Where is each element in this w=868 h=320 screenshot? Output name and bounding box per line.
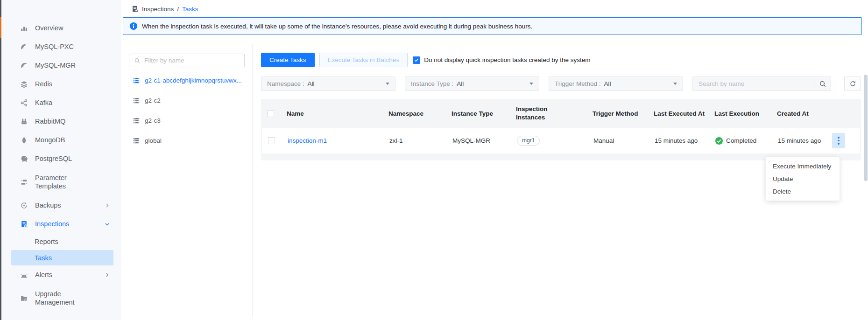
sidebar-item-label: Kafka <box>35 98 87 107</box>
namespace-select-label: Namespace : <box>267 80 304 87</box>
search-button[interactable] <box>814 77 831 90</box>
sidebar-item-rabbitmq[interactable]: RabbitMQ <box>1 112 121 131</box>
breadcrumb-separator: / <box>177 6 179 13</box>
cluster-filter-input[interactable] <box>144 57 240 64</box>
chevron-right-icon <box>104 272 110 278</box>
cluster-panel: g2-c1-abcdefghijklmnopqrstuvwx... g2-c2 … <box>121 44 253 316</box>
sidebar-item-overview[interactable]: Overview <box>1 19 121 37</box>
column-header-last-executed-at[interactable]: Last Executed At <box>654 110 714 117</box>
search-icon <box>819 80 826 88</box>
namespace-select-value: All <box>308 80 315 87</box>
info-banner-text: When the inspection task is executed, it… <box>142 23 532 30</box>
refresh-button[interactable] <box>844 77 861 91</box>
column-header-name[interactable]: Name <box>287 110 388 117</box>
sidebar-item-mysql-mgr[interactable]: MySQL-MGR <box>1 56 121 75</box>
inspection-icon <box>20 220 28 228</box>
toolbar: Create Tasks Execute Tasks in Batches Do… <box>261 53 861 67</box>
cluster-item-global[interactable]: global <box>129 131 245 151</box>
sidebar-item-upgrade-management[interactable]: Upgrade Management <box>1 284 121 312</box>
task-name-link[interactable]: inspection-m1 <box>288 137 327 144</box>
breadcrumb-current[interactable]: Tasks <box>182 6 198 13</box>
select-all-checkbox[interactable] <box>267 110 274 117</box>
success-check-icon <box>715 137 723 145</box>
menu-item-delete[interactable]: Delete <box>766 185 840 198</box>
template-icon <box>20 178 28 186</box>
server-icon <box>133 137 140 144</box>
sidebar-item-kafka[interactable]: Kafka <box>1 93 121 112</box>
sidebar-item-label: Backups <box>35 201 87 209</box>
elephant-icon <box>20 155 28 163</box>
sidebar-item-label: Parameter Templates <box>35 174 87 190</box>
column-header-created-at[interactable]: Created At <box>777 110 831 117</box>
cluster-item-g2-c1[interactable]: g2-c1-abcdefghijklmnopqrstuvwx... <box>129 70 245 90</box>
server-icon <box>133 117 140 124</box>
sidebar: Overview MySQL-PXC MySQL-MGR Redis Kafka… <box>1 0 121 320</box>
cluster-item-label: g2-c3 <box>145 117 161 124</box>
row-actions-button[interactable] <box>832 133 845 148</box>
cluster-item-label: g2-c1-abcdefghijklmnopqrstuvwx... <box>145 77 242 84</box>
trigger-method-select-label: Trigger Method : <box>555 80 601 87</box>
content-area: g2-c1-abcdefghijklmnopqrstuvwx... g2-c2 … <box>121 44 868 316</box>
instance-type-select-value: All <box>457 80 464 87</box>
sidebar-item-parameter-templates[interactable]: Parameter Templates <box>1 168 121 196</box>
execute-batches-button[interactable]: Execute Tasks in Batches <box>319 53 408 67</box>
dolphin-icon <box>20 43 28 51</box>
sidebar-subitem-reports[interactable]: Reports <box>1 233 121 250</box>
trigger-method-select[interactable]: Trigger Method : All <box>549 77 683 91</box>
column-header-trigger-method[interactable]: Trigger Method <box>593 110 654 117</box>
cell-instance-type: MySQL-MGR <box>452 137 517 144</box>
sidebar-item-label: Alerts <box>35 271 87 279</box>
sidebar-item-label: PostgreSQL <box>35 154 87 163</box>
leaf-icon <box>20 136 28 144</box>
sidebar-item-redis[interactable]: Redis <box>1 75 121 93</box>
breadcrumb-section[interactable]: Inspections <box>142 6 174 13</box>
sidebar-item-backups[interactable]: Backups <box>1 196 121 215</box>
dolphin-icon <box>20 62 28 70</box>
cell-namespace: zxl-1 <box>389 137 452 144</box>
sidebar-item-label: MongoDB <box>35 136 87 144</box>
cell-created-at: 15 minutes ago <box>778 137 832 144</box>
sidebar-item-label: Redis <box>35 80 87 88</box>
create-tasks-button[interactable]: Create Tasks <box>261 53 315 67</box>
cluster-item-g2-c2[interactable]: g2-c2 <box>129 90 245 111</box>
sidebar-item-label: MySQL-PXC <box>35 42 87 51</box>
instance-tag: mgr1 <box>517 136 540 146</box>
cluster-item-g2-c3[interactable]: g2-c3 <box>129 111 245 131</box>
search-input[interactable] <box>699 80 814 87</box>
server-icon <box>133 77 140 84</box>
menu-item-execute-immediately[interactable]: Execute Immediately <box>766 160 840 173</box>
cell-trigger-method: Manual <box>593 137 655 144</box>
instance-type-select[interactable]: Instance Type : All <box>405 77 539 91</box>
sidebar-subitem-tasks[interactable]: Tasks <box>11 250 113 265</box>
main-content: Inspections / Tasks When the inspection … <box>121 0 868 320</box>
sidebar-item-inspections[interactable]: Inspections <box>1 215 121 233</box>
search-by-name-box <box>692 77 831 91</box>
chevron-down-icon <box>104 221 110 227</box>
caret-down-icon <box>529 83 533 85</box>
server-icon <box>133 97 140 104</box>
row-checkbox[interactable] <box>268 137 275 144</box>
column-header-namespace[interactable]: Namespace <box>388 110 452 117</box>
sidebar-item-label: Inspections <box>35 220 87 228</box>
instance-type-select-label: Instance Type : <box>411 80 453 87</box>
vertical-scrollbar-thumb[interactable] <box>864 75 868 181</box>
sidebar-item-postgresql[interactable]: PostgreSQL <box>1 149 121 168</box>
sidebar-item-mysql-pxc[interactable]: MySQL-PXC <box>1 37 121 56</box>
menu-item-update[interactable]: Update <box>766 173 840 185</box>
column-header-instance-type[interactable]: Instance Type <box>452 110 516 117</box>
filter-row: Namespace : All Instance Type : All Trig… <box>261 77 861 91</box>
layers-icon <box>20 80 28 88</box>
rabbit-icon <box>20 118 28 125</box>
cluster-item-label: g2-c2 <box>145 97 161 104</box>
alarm-icon <box>20 271 28 279</box>
column-header-last-execution[interactable]: Last Execution <box>714 110 777 117</box>
info-banner: When the inspection task is executed, it… <box>123 17 862 35</box>
column-header-inspection-instances[interactable]: Inspection Instances <box>516 105 593 122</box>
sidebar-item-alerts[interactable]: Alerts <box>1 265 121 284</box>
checkbox-checked-icon[interactable] <box>413 56 420 64</box>
namespace-select[interactable]: Namespace : All <box>261 77 395 91</box>
sidebar-item-mongodb[interactable]: MongoDB <box>1 131 121 149</box>
sidebar-subitem-label: Tasks <box>35 254 52 262</box>
hide-system-tasks-checkbox-wrap[interactable]: Do not display quick inspection tasks cr… <box>413 56 590 64</box>
app-window: Overview MySQL-PXC MySQL-MGR Redis Kafka… <box>0 0 868 320</box>
